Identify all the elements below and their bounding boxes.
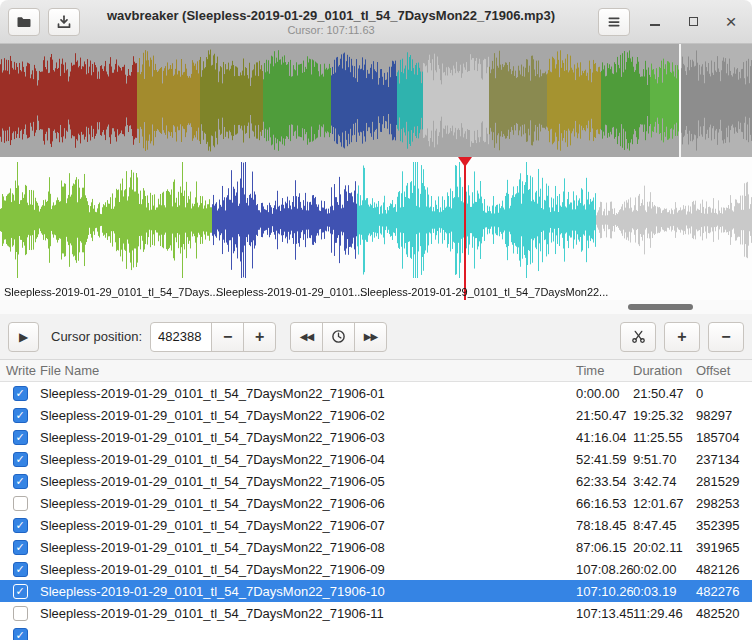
title-block: wavbreaker (Sleepless-2019-01-29_0101_tl… [80, 8, 582, 36]
header-left-buttons [8, 8, 80, 36]
write-cell: ✓ [0, 386, 40, 401]
overview-waveform[interactable] [0, 44, 752, 157]
cell-time: 41:16.04 [576, 430, 633, 445]
write-checkbox[interactable]: ✓ [13, 584, 28, 599]
cell-offset: 0 [696, 386, 752, 401]
column-header-offset[interactable]: Offset [696, 363, 752, 378]
scrollbar-thumb[interactable] [628, 304, 693, 310]
cell-duration: 20:02.11 [633, 540, 696, 555]
table-row[interactable]: ✓Sleepless-2019-01-29_0101_tl_54_7DaysMo… [0, 470, 752, 492]
cursor-readout: Cursor: 107:11.63 [80, 24, 582, 36]
cursor-position-label: Cursor position: [51, 329, 142, 344]
track-table-body: ✓Sleepless-2019-01-29_0101_tl_54_7DaysMo… [0, 382, 752, 640]
write-checkbox[interactable]: ✓ [13, 452, 28, 467]
write-cell: ✓ [0, 474, 40, 489]
jump-to-time-button[interactable] [322, 322, 355, 352]
close-button[interactable]: × [718, 9, 744, 35]
cell-filename: Sleepless-2019-01-29_0101_tl_54_7DaysMon… [40, 562, 576, 577]
cell-offset: 391965 [696, 540, 752, 555]
write-checkbox[interactable]: ✓ [13, 628, 28, 640]
column-header-write[interactable]: Write [0, 363, 40, 378]
write-checkbox[interactable] [13, 496, 28, 511]
remove-break-button[interactable]: − [708, 322, 744, 352]
save-button[interactable] [48, 8, 80, 36]
cell-offset: 237134 [696, 452, 752, 467]
cursor-position-input[interactable] [150, 322, 212, 352]
write-checkbox[interactable]: ✓ [13, 518, 28, 533]
play-button[interactable]: ▶ [8, 322, 39, 352]
column-header-filename[interactable]: File Name [40, 363, 576, 378]
write-cell: ✓ [0, 408, 40, 423]
cell-filename: Sleepless-2019-01-29_0101_tl_54_7DaysMon… [40, 606, 576, 621]
minus-icon: − [223, 328, 232, 346]
write-cell [0, 606, 40, 621]
open-file-button[interactable] [8, 8, 40, 36]
cell-filename: Sleepless-2019-01-29_0101_tl_54_7DaysMon… [40, 584, 576, 599]
table-row[interactable]: Sleepless-2019-01-29_0101_tl_54_7DaysMon… [0, 492, 752, 514]
seek-backward-button[interactable]: ◀◀ [290, 322, 323, 352]
cell-offset: 482520 [696, 606, 752, 621]
spin-down-button[interactable]: − [211, 322, 244, 352]
column-header-duration[interactable]: Duration [633, 363, 696, 378]
menu-button[interactable] [598, 8, 630, 36]
maximize-button[interactable] [680, 9, 706, 35]
seek-forward-button[interactable]: ▶▶ [354, 322, 387, 352]
write-checkbox[interactable]: ✓ [13, 474, 28, 489]
cell-time: 21:50.47 [576, 408, 633, 423]
cell-duration: 9:51.70 [633, 452, 696, 467]
cell-offset: 281529 [696, 474, 752, 489]
table-row[interactable]: ✓ [0, 624, 752, 640]
track-label: Sleepless-2019-01-29_0101_tl_54_7Days... [4, 286, 219, 298]
table-row[interactable]: ✓Sleepless-2019-01-29_0101_tl_54_7DaysMo… [0, 426, 752, 448]
add-break-button[interactable]: + [664, 322, 700, 352]
main-waveform[interactable]: Sleepless-2019-01-29_0101_tl_54_7Days...… [0, 157, 752, 300]
write-checkbox[interactable]: ✓ [13, 562, 28, 577]
cell-offset: 482126 [696, 562, 752, 577]
cell-time: 107:10.26 [576, 584, 633, 599]
minimize-button[interactable] [642, 9, 668, 35]
cell-time: 62:33.54 [576, 474, 633, 489]
cell-duration: 0:03.19 [633, 584, 696, 599]
cell-duration: 0:02.00 [633, 562, 696, 577]
write-cell: ✓ [0, 430, 40, 445]
cell-duration: 11:29.46 [633, 606, 696, 621]
write-checkbox[interactable]: ✓ [13, 430, 28, 445]
write-checkbox[interactable]: ✓ [13, 540, 28, 555]
cell-duration: 8:47.45 [633, 518, 696, 533]
write-cell: ✓ [0, 540, 40, 555]
track-table-header: Write File Name Time Duration Offset [0, 360, 752, 382]
table-row[interactable]: Sleepless-2019-01-29_0101_tl_54_7DaysMon… [0, 602, 752, 624]
cell-offset: 185704 [696, 430, 752, 445]
spin-up-button[interactable]: + [243, 322, 276, 352]
write-checkbox[interactable] [13, 606, 28, 621]
write-cell: ✓ [0, 584, 40, 599]
window-title: wavbreaker (Sleepless-2019-01-29_0101_tl… [80, 8, 582, 23]
clock-icon [331, 329, 346, 344]
cell-time: 52:41.59 [576, 452, 633, 467]
cut-button[interactable] [620, 322, 656, 352]
track-label: Sleepless-2019-01-29_0101_tl_54_7DaysMon… [360, 286, 608, 298]
main-waveform-canvas[interactable] [0, 157, 752, 300]
write-cell: ✓ [0, 518, 40, 533]
cell-filename: Sleepless-2019-01-29_0101_tl_54_7DaysMon… [40, 518, 576, 533]
table-row[interactable]: ✓Sleepless-2019-01-29_0101_tl_54_7DaysMo… [0, 448, 752, 470]
table-row[interactable]: ✓Sleepless-2019-01-29_0101_tl_54_7DaysMo… [0, 404, 752, 426]
waveform-scrollbar[interactable] [0, 300, 752, 314]
cell-offset: 298253 [696, 496, 752, 511]
table-row[interactable]: ✓Sleepless-2019-01-29_0101_tl_54_7DaysMo… [0, 558, 752, 580]
write-checkbox[interactable]: ✓ [13, 408, 28, 423]
seek-button-group: ◀◀ ▶▶ [290, 322, 387, 352]
cell-time: 66:16.53 [576, 496, 633, 511]
hamburger-icon [606, 14, 622, 30]
table-row[interactable]: ✓Sleepless-2019-01-29_0101_tl_54_7DaysMo… [0, 382, 752, 404]
column-header-time[interactable]: Time [576, 363, 633, 378]
cell-filename: Sleepless-2019-01-29_0101_tl_54_7DaysMon… [40, 540, 576, 555]
table-row[interactable]: ✓Sleepless-2019-01-29_0101_tl_54_7DaysMo… [0, 514, 752, 536]
table-row[interactable]: ✓Sleepless-2019-01-29_0101_tl_54_7DaysMo… [0, 580, 752, 602]
table-row[interactable]: ✓Sleepless-2019-01-29_0101_tl_54_7DaysMo… [0, 536, 752, 558]
maximize-icon [689, 17, 698, 26]
write-checkbox[interactable]: ✓ [13, 386, 28, 401]
cell-filename: Sleepless-2019-01-29_0101_tl_54_7DaysMon… [40, 430, 576, 445]
folder-open-icon [16, 14, 32, 30]
overview-waveform-canvas[interactable] [0, 44, 752, 157]
